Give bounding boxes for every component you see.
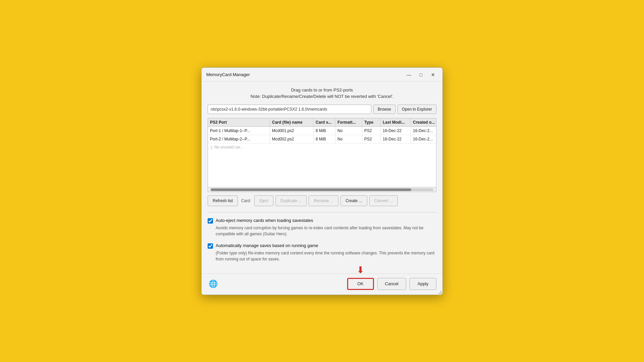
cell-formatted-0: No	[335, 127, 362, 135]
cell-ps2port-0: Port-1 / Multitap-1--P...	[208, 127, 270, 135]
table-header: PS2 Port Card (file) name Card s... Form…	[208, 118, 436, 127]
path-row: Browse Open in Explorer	[208, 105, 436, 114]
table-row[interactable]: Port-1 / Multitap-1--P... Mcd001.ps2 8 M…	[208, 127, 436, 135]
title-bar-controls: — □ ✕	[404, 71, 438, 78]
cell-type-1: PS2	[362, 135, 381, 143]
create-button[interactable]: Create ...	[340, 195, 367, 206]
col-header-ps2port: PS2 Port	[208, 118, 270, 126]
resize-handle[interactable]	[438, 291, 442, 294]
ok-button-wrapper: ⬇ OK	[347, 278, 374, 290]
table-body: Port-1 / Multitap-1--P... Mcd001.ps2 8 M…	[208, 127, 436, 187]
rename-button[interactable]: Rename ...	[309, 195, 338, 206]
bottom-left: 🌐	[208, 279, 218, 289]
auto-manage-label: Automatically manage saves based on runn…	[216, 243, 318, 248]
cell-modified-1: 16-Dec-22	[381, 135, 411, 143]
auto-eject-checkbox[interactable]	[208, 218, 213, 224]
refresh-list-button[interactable]: Refresh list	[208, 195, 238, 206]
cell-created-1: 16-Dec-2...	[411, 135, 439, 143]
open-in-explorer-button[interactable]: Open in Explorer	[397, 105, 436, 114]
cancel-button[interactable]: Cancel	[377, 278, 406, 290]
cell-formatted-1: No	[335, 135, 362, 143]
title-bar: MemoryCard Manager — □ ✕	[202, 68, 442, 81]
close-button[interactable]: ✕	[428, 71, 438, 78]
cell-created-0: 16-Dec-2...	[411, 127, 439, 135]
bottom-bar: 🌐 ⬇ OK Cancel Apply	[202, 274, 442, 295]
cell-modified-0: 16-Dec-22	[381, 127, 411, 135]
cell-size-1: 8 MiB	[314, 135, 335, 143]
ok-button[interactable]: OK	[347, 278, 374, 290]
minimize-button[interactable]: —	[404, 71, 414, 78]
path-input[interactable]	[208, 105, 371, 114]
col-header-formatted: Formatt...	[335, 118, 362, 126]
browse-button[interactable]: Browse	[373, 105, 395, 114]
col-header-filename: Card (file) name	[270, 118, 314, 126]
window-title: MemoryCard Manager	[206, 72, 250, 77]
col-header-type: Type	[362, 118, 381, 126]
memory-cards-table: PS2 Port Card (file) name Card s... Form…	[208, 118, 436, 192]
horizontal-scrollbar[interactable]	[208, 187, 436, 192]
scrollbar-track	[211, 188, 433, 191]
col-header-modified: Last Modi...	[381, 118, 411, 126]
auto-eject-label: Auto-eject memory cards when loading sav…	[216, 218, 313, 223]
col-header-created: Created o...	[411, 118, 439, 126]
maximize-button[interactable]: □	[416, 71, 426, 78]
bottom-right: ⬇ OK Cancel Apply	[347, 278, 436, 290]
duplicate-button[interactable]: Duplicate ...	[275, 195, 307, 206]
cell-filename-0: Mcd001.ps2	[270, 127, 314, 135]
content-area: Drag cards to or from PS2-ports Note: Du…	[202, 81, 442, 274]
convert-button[interactable]: Convert ...	[369, 195, 398, 206]
card-label: Card:	[241, 198, 251, 203]
globe-icon: 🌐	[208, 279, 218, 289]
cell-filename-1: Mcd002.ps2	[270, 135, 314, 143]
apply-button[interactable]: Apply	[410, 278, 436, 290]
option-auto-manage: Automatically manage saves based on runn…	[208, 243, 436, 262]
cell-size-0: 8 MiB	[314, 127, 335, 135]
option-row-auto-eject: Auto-eject memory cards when loading sav…	[208, 218, 436, 224]
auto-manage-description: (Folder type only) Re-index memory card …	[216, 250, 436, 262]
auto-manage-checkbox[interactable]	[208, 243, 213, 249]
subtitle-line1: Drag cards to or from PS2-ports	[208, 87, 436, 94]
option-auto-eject: Auto-eject memory cards when loading sav…	[208, 218, 436, 237]
option-row-auto-manage: Automatically manage saves based on runn…	[208, 243, 436, 249]
memory-card-manager-window: MemoryCard Manager — □ ✕ Drag cards to o…	[201, 67, 443, 295]
subtitle-line2: Note: Duplicate/Rename/Create/Delete wil…	[208, 93, 436, 100]
no-unused-label: |- No unused car...	[208, 143, 436, 151]
separator	[208, 212, 436, 213]
scrollbar-thumb[interactable]	[211, 188, 411, 191]
auto-eject-description: Avoids memory card corruption by forcing…	[216, 225, 436, 237]
action-button-bar: Refresh list Card: Eject Duplicate ... R…	[208, 195, 436, 206]
cell-type-0: PS2	[362, 127, 381, 135]
eject-button[interactable]: Eject	[254, 195, 273, 206]
subtitle: Drag cards to or from PS2-ports Note: Du…	[208, 87, 436, 100]
cell-ps2port-1: Port-2 / Multitap-2--P...	[208, 135, 270, 143]
col-header-size: Card s...	[314, 118, 335, 126]
table-row[interactable]: Port-2 / Multitap-2--P... Mcd002.ps2 8 M…	[208, 135, 436, 143]
